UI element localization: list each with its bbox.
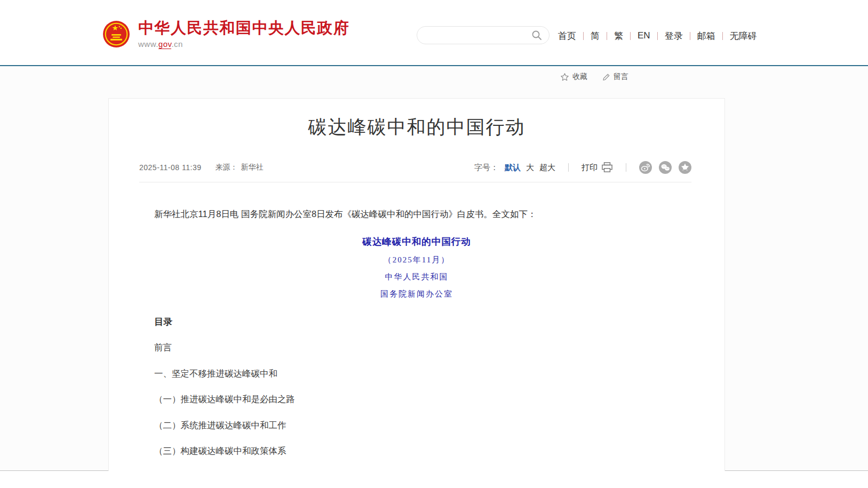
toc-item: 一、坚定不移推进碳达峰碳中和 [154, 368, 679, 380]
wechat-share-icon[interactable] [659, 161, 672, 174]
search-box [417, 26, 550, 44]
page-actions: 收藏 留言 [560, 72, 628, 82]
nav-home[interactable]: 首页 [558, 30, 576, 42]
publish-date: 2025-11-08 11:39 [139, 163, 201, 172]
qzone-share-icon[interactable] [679, 161, 691, 174]
nav-separator [630, 32, 631, 40]
share-group [639, 161, 691, 174]
printer-icon [601, 162, 613, 173]
toc-item: （二）系统推进碳达峰碳中和工作 [154, 420, 679, 431]
weibo-share-icon[interactable] [639, 161, 652, 174]
source-label: 来源： [215, 163, 237, 172]
site-title: 中华人民共和国中央人民政府 [138, 19, 350, 37]
document-title: 碳达峰碳中和的中国行动 [109, 235, 724, 248]
article-card: 碳达峰碳中和的中国行动 2025-11-08 11:39 来源： 新华社 字号：… [108, 98, 725, 471]
site-header: 中华人民共和国中央人民政府 www.gov.cn 首页 简 繁 EN 登录 邮箱… [0, 0, 868, 65]
nav-separator [607, 32, 607, 40]
comment-button[interactable]: 留言 [602, 72, 628, 82]
star-icon [560, 73, 569, 82]
nav-accessibility[interactable]: 无障碍 [730, 30, 757, 42]
search-icon[interactable] [531, 29, 543, 41]
site-logo[interactable]: 中华人民共和国中央人民政府 www.gov.cn [102, 19, 350, 49]
article-meta-row: 2025-11-08 11:39 来源： 新华社 字号： 默认 大 超大 打印 [139, 161, 691, 182]
nav-traditional[interactable]: 繁 [614, 30, 623, 42]
nav-separator [722, 32, 723, 40]
nav-english[interactable]: EN [638, 30, 650, 41]
toc-heading: 目录 [154, 316, 679, 328]
national-emblem-icon [102, 20, 130, 48]
lead-paragraph: 新华社北京11月8日电 国务院新闻办公室8日发布《碳达峰碳中和的中国行动》白皮书… [154, 207, 679, 221]
main-area: 收藏 留言 碳达峰碳中和的中国行动 2025-11-08 11:39 来源： 新… [0, 66, 868, 471]
font-size-default[interactable]: 默认 [505, 163, 521, 173]
comment-label: 留言 [614, 72, 628, 82]
toc-item: （三）构建碳达峰碳中和政策体系 [154, 445, 679, 457]
article-meta: 2025-11-08 11:39 来源： 新华社 [139, 163, 263, 172]
print-button[interactable]: 打印 [582, 162, 613, 173]
document-issuer-line1: 中华人民共和国 [109, 272, 724, 282]
pencil-icon [602, 73, 610, 81]
top-nav: 首页 简 繁 EN 登录 邮箱 无障碍 [558, 29, 757, 42]
nav-separator [690, 32, 690, 40]
toc-item: 前言 [154, 342, 679, 354]
font-size-xlarge[interactable]: 超大 [539, 163, 555, 173]
article-controls: 字号： 默认 大 超大 打印 [474, 161, 691, 174]
nav-mail[interactable]: 邮箱 [697, 30, 715, 42]
toc-item: （一）推进碳达峰碳中和是必由之路 [154, 394, 679, 405]
search-input[interactable] [426, 31, 531, 39]
controls-separator [568, 163, 569, 172]
nav-separator [657, 32, 658, 40]
document-issuer-line2: 国务院新闻办公室 [109, 289, 724, 299]
font-size-large[interactable]: 大 [526, 163, 534, 173]
source-name: 新华社 [241, 163, 263, 172]
nav-login[interactable]: 登录 [665, 30, 683, 42]
document-date: （2025年11月） [109, 255, 724, 265]
controls-separator [626, 163, 626, 172]
article-title: 碳达峰碳中和的中国行动 [109, 115, 724, 140]
site-url: www.gov.cn [138, 39, 350, 49]
nav-simplified[interactable]: 简 [591, 30, 600, 42]
nav-separator [583, 32, 584, 40]
font-size-label: 字号： [474, 163, 498, 173]
favorite-button[interactable]: 收藏 [560, 72, 587, 82]
print-label: 打印 [582, 163, 598, 173]
favorite-label: 收藏 [572, 72, 587, 82]
